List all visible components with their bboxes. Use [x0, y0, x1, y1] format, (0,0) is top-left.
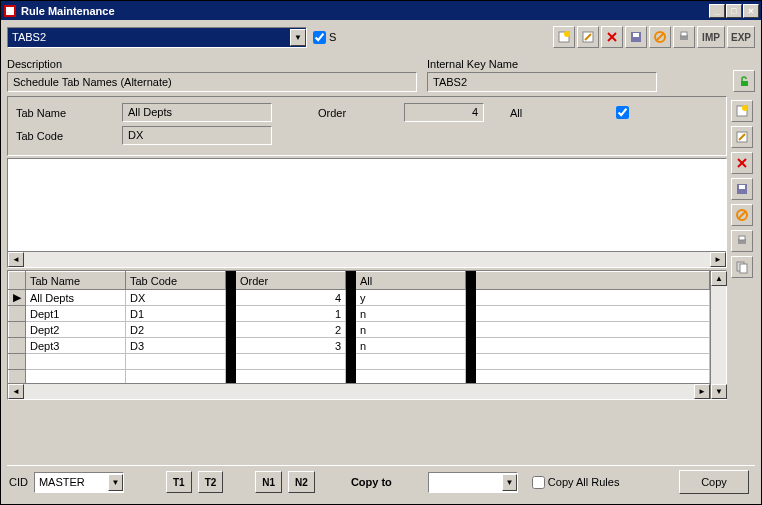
close-button[interactable]: ×: [743, 4, 759, 18]
grid-scroll-down-icon[interactable]: ▼: [711, 384, 727, 399]
grid-scroll-track[interactable]: [24, 384, 694, 399]
grid-scroll-left-icon[interactable]: ◄: [8, 384, 24, 399]
cell-tab-name[interactable]: All Depts: [26, 290, 126, 306]
tab-name-label: Tab Name: [16, 107, 116, 119]
side-delete-button[interactable]: [731, 152, 753, 174]
side-copy-button[interactable]: [731, 256, 753, 278]
cell-tab-code[interactable]: D1: [126, 306, 226, 322]
row-selector[interactable]: [9, 322, 26, 338]
unlock-icon: [737, 74, 751, 88]
s-checkbox[interactable]: [313, 31, 326, 44]
side-print-button[interactable]: [731, 230, 753, 252]
grid-scroll-up-icon[interactable]: ▲: [711, 271, 727, 286]
scroll-track[interactable]: [24, 252, 710, 267]
minimize-button[interactable]: _: [709, 4, 725, 18]
table-row[interactable]: Dept3 D3 3 n: [9, 338, 710, 354]
svg-point-16: [742, 105, 748, 111]
col-all[interactable]: All: [356, 272, 466, 290]
cell-order[interactable]: 3: [236, 338, 346, 354]
cid-dropdown-icon[interactable]: ▼: [108, 474, 123, 491]
blank-hscroll[interactable]: ◄ ►: [8, 251, 726, 267]
cell-all[interactable]: n: [356, 338, 466, 354]
save-button[interactable]: [625, 26, 647, 48]
col-tab-code[interactable]: Tab Code: [126, 272, 226, 290]
rule-combo-dropdown-icon[interactable]: ▼: [290, 29, 306, 46]
side-edit-button[interactable]: [731, 126, 753, 148]
row-selector[interactable]: [9, 338, 26, 354]
col-sep1: [226, 272, 236, 290]
col-tab-name[interactable]: Tab Name: [26, 272, 126, 290]
cell-tab-name[interactable]: Dept2: [26, 322, 126, 338]
copy-all-checkbox[interactable]: [532, 476, 545, 489]
grid-scroll-right-icon[interactable]: ►: [694, 384, 710, 399]
cell-tab-name[interactable]: Dept3: [26, 338, 126, 354]
n2-button[interactable]: N2: [288, 471, 315, 493]
s-checkbox-wrap[interactable]: S: [313, 31, 336, 44]
app-icon: [3, 4, 17, 18]
copy-all-wrap[interactable]: Copy All Rules: [532, 476, 620, 489]
grid-vscroll-track[interactable]: [711, 286, 726, 384]
cancel-button[interactable]: [649, 26, 671, 48]
side-toolbar: [731, 96, 755, 461]
t1-button[interactable]: T1: [166, 471, 192, 493]
rules-table[interactable]: Tab Name Tab Code Order All ▶: [8, 271, 710, 386]
cell-order[interactable]: 1: [236, 306, 346, 322]
main-toolbar: IMP EXP: [553, 26, 755, 48]
order-field[interactable]: 4: [404, 103, 484, 122]
copy-to-combo[interactable]: ▼: [428, 472, 518, 493]
col-order[interactable]: Order: [236, 272, 346, 290]
svg-rect-26: [739, 236, 745, 240]
cid-combo[interactable]: MASTER ▼: [34, 472, 124, 493]
t2-button[interactable]: T2: [198, 471, 224, 493]
cell-order[interactable]: 4: [236, 290, 346, 306]
maximize-button[interactable]: □: [726, 4, 742, 18]
side-save-button[interactable]: [731, 178, 753, 200]
all-checkbox[interactable]: [616, 106, 629, 119]
side-new-button[interactable]: [731, 100, 753, 122]
cell-tab-code[interactable]: DX: [126, 290, 226, 306]
cell-all[interactable]: y: [356, 290, 466, 306]
row-selector[interactable]: [9, 306, 26, 322]
tab-code-field[interactable]: DX: [122, 126, 272, 145]
window: Rule Maintenance _ □ × TABS2 ▼ S: [0, 0, 762, 505]
svg-rect-14: [741, 81, 748, 86]
table-row[interactable]: Dept1 D1 1 n: [9, 306, 710, 322]
table-row[interactable]: Dept2 D2 2 n: [9, 322, 710, 338]
svg-point-3: [564, 31, 570, 37]
delete-button[interactable]: [601, 26, 623, 48]
cell-order[interactable]: 2: [236, 322, 346, 338]
titlebar: Rule Maintenance _ □ ×: [1, 1, 761, 20]
n1-button[interactable]: N1: [255, 471, 282, 493]
print-button[interactable]: [673, 26, 695, 48]
detail-panel: Tab Name All Depts Order 4 All Tab Code …: [7, 96, 727, 156]
row-selector[interactable]: ▶: [9, 290, 26, 306]
description-field: Schedule Tab Names (Alternate): [7, 72, 417, 92]
new-button[interactable]: [553, 26, 575, 48]
table-header-row: Tab Name Tab Code Order All: [9, 272, 710, 290]
cell-tab-name[interactable]: Dept1: [26, 306, 126, 322]
scroll-right-icon[interactable]: ►: [710, 252, 726, 267]
svg-rect-9: [633, 33, 639, 37]
svg-rect-22: [739, 185, 745, 189]
scroll-left-icon[interactable]: ◄: [8, 252, 24, 267]
cell-tab-code[interactable]: D3: [126, 338, 226, 354]
tab-name-field[interactable]: All Depts: [122, 103, 272, 122]
side-cancel-button[interactable]: [731, 204, 753, 226]
export-button[interactable]: EXP: [727, 26, 755, 48]
rule-combo[interactable]: TABS2 ▼: [7, 27, 307, 48]
copy-to-dropdown-icon[interactable]: ▼: [502, 474, 517, 491]
grid-hscroll[interactable]: ◄ ►: [8, 383, 710, 399]
table-row[interactable]: ▶ All Depts DX 4 y: [9, 290, 710, 306]
cid-label: CID: [9, 476, 28, 488]
bottom-bar: CID MASTER ▼ T1 T2 N1 N2 Copy to ▼ Copy …: [7, 465, 755, 498]
lock-button[interactable]: [733, 70, 755, 92]
cell-all[interactable]: n: [356, 322, 466, 338]
cell-all[interactable]: n: [356, 306, 466, 322]
copy-button[interactable]: Copy: [679, 470, 749, 494]
grid-vscroll[interactable]: ▲ ▼: [710, 271, 726, 399]
cell-tab-code[interactable]: D2: [126, 322, 226, 338]
svg-line-11: [656, 33, 664, 41]
edit-button[interactable]: [577, 26, 599, 48]
import-button[interactable]: IMP: [697, 26, 725, 48]
content: TABS2 ▼ S IMP EXP Description Schedu: [1, 20, 761, 504]
